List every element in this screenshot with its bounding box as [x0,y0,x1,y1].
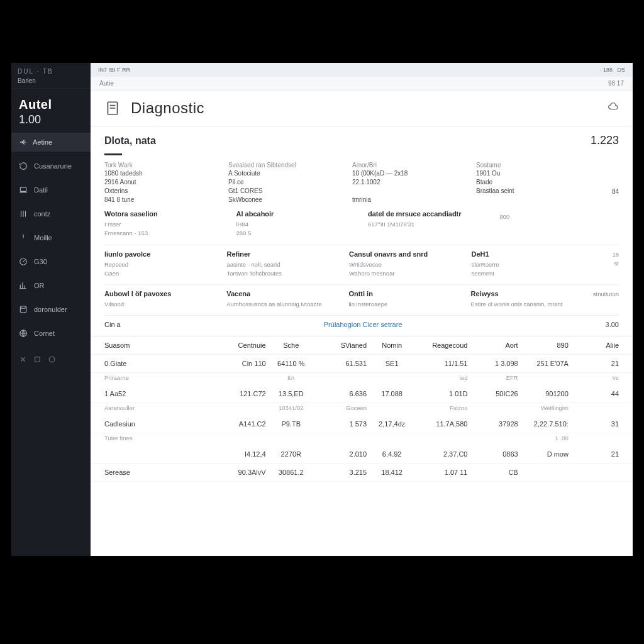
sidebar-item-datil[interactable]: Datil [11,182,91,198]
sidebar-status-line2: Barłen [18,77,84,84]
group-heading: Ontti in [348,290,458,297]
link-left: Cin a [104,321,121,328]
table-subrow: PrlraarneIIAledEFRIrc [91,373,633,385]
link-center[interactable]: Prúlahogion Cicer setrare [324,321,402,328]
sidebar-nav: Cusanarune Datil contz Moille G30 [11,152,91,348]
sidebar-item-or[interactable]: OR [11,277,91,294]
table-row[interactable]: I4.12,42270R2.0106,4.922,37.C00863D mow2… [91,445,633,464]
laptop-icon [19,186,28,194]
table-row[interactable]: CadlesiunA141.C2P9.TB1 5732,17,4dz11.7A,… [91,415,633,433]
status-bar: IN7 IBI F RR · 188 DS [91,63,633,77]
sidebar-item-label: G30 [34,258,47,265]
back-arrow-icon [19,138,28,147]
sidebar-active-item[interactable]: Aetine [11,133,91,152]
sidebar-item-label: OR [34,282,45,289]
svg-point-5 [49,357,55,362]
details-row: Tork Wark 1080 tadedsh 2916 Aonut Oxteri… [104,162,619,205]
main-panel: IN7 IBI F RR · 188 DS Autie 98 17 Diagno… [91,63,633,556]
sidebar: DUL · TB Barłen Autel 1.00 Aetine Cusana… [11,63,91,556]
sidebar-item-cusanarune[interactable]: Cusanarune [11,158,91,174]
device-frame: DUL · TB Barłen Autel 1.00 Aetine Cusana… [0,0,644,644]
link-right: 3.00 [606,321,619,328]
sidebar-item-cornet[interactable]: Cornet [11,325,91,341]
group-heading: datel de mrsuce accandiadtr [368,210,487,218]
document-icon [104,100,121,116]
sidebar-item-label: Datil [34,186,48,194]
database-icon [19,305,28,314]
app-screen: DUL · TB Barłen Autel 1.00 Aetine Cusana… [11,63,633,556]
sidebar-status-line1: DUL · TB [18,68,84,75]
brand-version: 1.00 [19,113,83,126]
table-header-row: Suasom Centnuie Sche SVianed Nomin Reage… [91,336,633,355]
group-heading: Wotora saselion [104,210,224,218]
data-table: Suasom Centnuie Sche SVianed Nomin Reage… [91,336,633,482]
svg-rect-0 [20,187,26,191]
group-heading: Vacena [226,290,336,297]
details-block: Tork Wark 1080 tadedsh 2916 Aonut Oxteri… [91,155,633,205]
brand-name: Autel [19,97,83,112]
link-row: Cin a Prúlahogion Cicer setrare 3.00 [91,316,633,332]
info-group: liunlo pavolceRepseedGaenRefineraasinte … [91,245,633,279]
sidebar-item-label: doronulder [34,306,67,313]
sidebar-active-label: Aetine [33,138,52,146]
table-row[interactable]: Serease90.3AlvV30861.23.21518.4121.07 11… [91,464,633,482]
cloud-icon [608,101,619,113]
status-right: · 188 DS [600,67,625,73]
table-row[interactable]: 0.GiateCin 11064110 %61.531SE111/1.511 3… [91,355,633,373]
subheader-right: 98 17 [608,80,624,87]
sidebar-item-label: contz [34,210,50,218]
refresh-icon [19,162,28,170]
thermometer-icon [19,233,28,242]
brand-block: Autel 1.00 [11,89,91,133]
globe-icon [19,329,28,338]
group-heading: CansuI onavrs and snrd [349,250,459,258]
title-right[interactable] [608,101,619,115]
sidebar-bottom-icons [11,350,91,369]
sliders-icon [19,209,28,218]
section-bar: Dlota, nata 1.223 [91,126,633,151]
sidebar-item-moille[interactable]: Moille [11,230,91,246]
gauge-icon [19,257,28,266]
group-heading: liunlo pavolce [104,250,214,258]
info-group: Aubowl l öf pavoxesVilsoodVacenaAumhossu… [91,285,633,309]
sidebar-item-contz[interactable]: contz [11,206,91,222]
title-bar: Diagnostic [91,91,633,126]
circle-icon[interactable] [48,355,56,364]
bar-chart-icon [19,281,28,290]
sidebar-item-label: Cornet [34,330,55,337]
sidebar-item-label: Cusanarune [34,162,72,170]
section-value: 1.223 [591,134,619,147]
svg-point-2 [20,306,26,309]
sidebar-item-label: Moille [34,234,52,242]
sub-header: Autie 98 17 [91,77,633,91]
group-heading: Refiner [227,250,337,258]
info-group: Wotora saselionI rsserFrnescann - 153Al … [91,205,633,238]
table-row[interactable]: 1 Aa52121.C7213.5,ED6.63617.0881 01D50IC… [91,385,633,403]
sidebar-status: DUL · TB Barłen [11,63,91,89]
sidebar-item-doronulder[interactable]: doronulder [11,301,91,318]
status-left: IN7 IBI F RR [98,67,130,73]
page-title: Diagnostic [131,99,204,117]
square-icon[interactable] [33,355,42,364]
subheader-left: Autie [99,80,114,87]
group-heading: DeH1 [472,250,582,258]
table-subrow: Asranouller10341/02GoceenFstznoWetllingi… [91,403,633,415]
svg-rect-4 [35,357,40,362]
group-heading: Reiwyss [471,290,580,297]
sidebar-item-g30[interactable]: G30 [11,253,91,270]
group-heading: Al abcahoir [236,210,356,218]
section-title: Dlota, nata [104,135,156,147]
group-heading: Aubowl l öf pavoxes [104,290,214,297]
table-subrow: Tuter fines1 .00 [91,433,633,445]
settings-icon[interactable] [19,355,27,364]
